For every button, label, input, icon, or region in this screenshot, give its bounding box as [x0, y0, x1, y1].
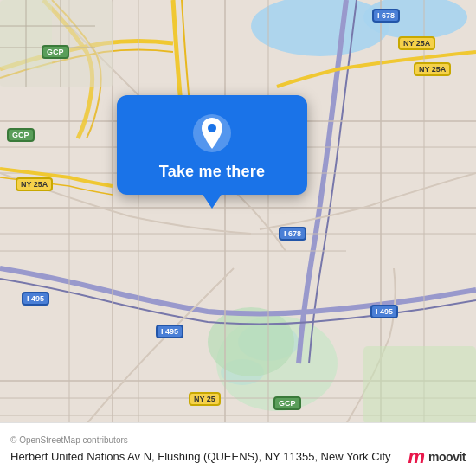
road-sign-ny25a-2: NY 25A	[414, 62, 451, 76]
road-sign-gcp-bottom: GCP	[273, 396, 301, 410]
moovit-logo: m moovit	[408, 447, 466, 466]
bottom-bar: © OpenStreetMap contributors Herbert Uni…	[0, 422, 476, 476]
svg-point-6	[208, 307, 294, 376]
road-sign-gcp-2: GCP	[7, 128, 35, 142]
moovit-wordmark: moovit	[428, 450, 466, 464]
road-sign-i495-left: I 495	[22, 292, 49, 306]
svg-point-31	[208, 124, 216, 132]
road-sign-i495-mid: I 495	[156, 325, 183, 338]
map-attribution: © OpenStreetMap contributors	[10, 435, 466, 445]
moovit-m-letter: m	[408, 447, 426, 466]
road-sign-ny25a-left: NY 25A	[16, 177, 53, 191]
road-sign-ny25a-1: NY 25A	[398, 36, 435, 50]
road-sign-i495-right: I 495	[370, 305, 398, 318]
road-sign-i678-top: I 678	[372, 9, 400, 23]
road-sign-gcp-1: GCP	[42, 45, 69, 59]
svg-rect-25	[0, 0, 113, 87]
address-text: Herbert United Nations Av N, Flushing (Q…	[10, 450, 402, 463]
map-view: I 678 NY 25A NY 25A GCP GCP NY 25A NY I …	[0, 0, 476, 424]
road-sign-ny25: NY 25	[189, 392, 221, 406]
svg-rect-24	[363, 346, 476, 424]
callout-bubble[interactable]: Take me there	[117, 95, 307, 195]
road-sign-i678-mid: I 678	[279, 227, 306, 241]
location-pin-icon	[191, 113, 233, 154]
callout-label: Take me there	[159, 163, 265, 181]
